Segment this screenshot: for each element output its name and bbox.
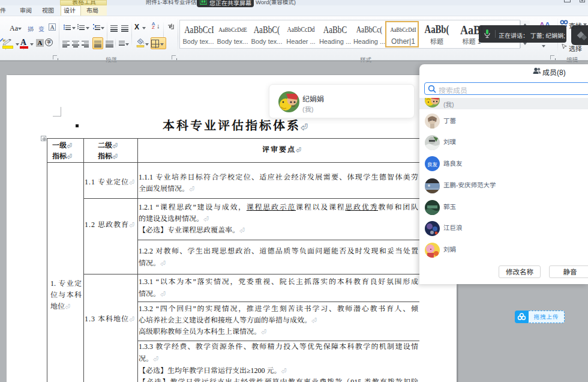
svg-text:良友: 良友 <box>427 160 438 168</box>
